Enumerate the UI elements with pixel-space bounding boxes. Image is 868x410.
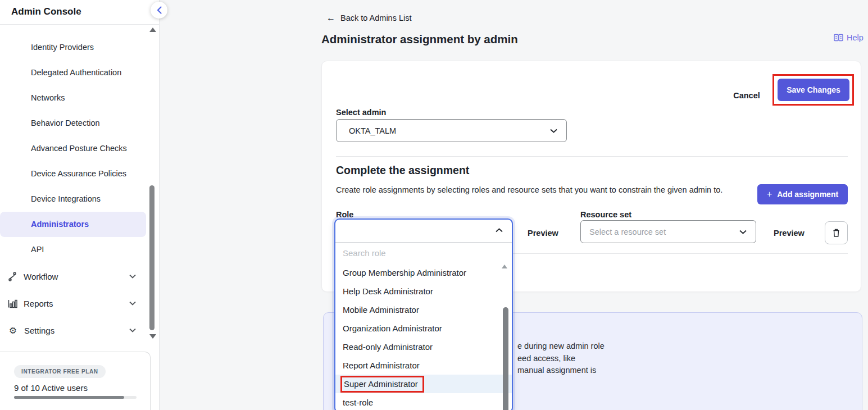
selected-admin-value: OKTA_TALM xyxy=(349,126,396,135)
preview-role-label: Preview xyxy=(528,229,558,238)
add-assignment-button[interactable]: + Add assignment xyxy=(757,184,848,204)
admin-console-page: Admin Console Identity ProvidersDelegate… xyxy=(0,0,868,410)
active-users-text: 9 of 10 Active users xyxy=(14,383,150,393)
preview-resource-label: Preview xyxy=(774,229,805,238)
sidebar-item-device-integrations[interactable]: Device Integrations xyxy=(0,186,151,212)
gear-icon: ⚙ xyxy=(8,325,18,336)
chevron-down-icon xyxy=(129,301,136,306)
chevron-down-icon xyxy=(550,129,557,133)
role-option-group-membership-administrator[interactable]: Group Membership Administrator xyxy=(335,263,512,282)
sidebar-scroll-up-arrow[interactable] xyxy=(149,28,156,32)
cancel-button[interactable]: Cancel xyxy=(730,84,764,107)
sidebar-item-workflow[interactable]: Workflow xyxy=(0,263,151,290)
help-book-icon xyxy=(834,34,843,42)
plan-card: INTEGRATOR FREE PLAN 9 of 10 Active user… xyxy=(0,352,151,410)
reports-icon xyxy=(8,299,17,308)
add-assignment-label: Add assignment xyxy=(777,190,838,199)
section-title: Complete the assignment xyxy=(336,164,469,177)
sidebar-item-identity-providers[interactable]: Identity Providers xyxy=(0,35,151,60)
role-option-mobile-administrator[interactable]: Mobile Administrator xyxy=(335,300,512,319)
info-line: e during new admin role xyxy=(517,340,605,353)
sidebar-nav-list: Identity ProvidersDelegated Authenticati… xyxy=(0,35,151,262)
sidebar-item-settings[interactable]: ⚙ Settings xyxy=(0,317,151,344)
active-users-progress xyxy=(14,396,137,399)
info-line: eed access, like xyxy=(517,353,605,365)
plus-icon: + xyxy=(767,189,772,199)
sidebar-item-label: Workflow xyxy=(24,272,58,281)
sidebar-item-networks[interactable]: Networks xyxy=(0,85,151,111)
app-title: Admin Console xyxy=(0,0,159,17)
sidebar-item-delegated-authentication[interactable]: Delegated Authentication xyxy=(0,60,151,85)
sidebar-sections: Workflow Reports ⚙ Settings xyxy=(0,263,151,344)
role-search-input[interactable] xyxy=(335,243,512,263)
active-users-progress-fill xyxy=(14,396,124,399)
role-option-organization-administrator[interactable]: Organization Administrator xyxy=(335,319,512,338)
sidebar-collapse-button[interactable] xyxy=(151,2,167,19)
chevron-down-icon xyxy=(739,230,747,234)
sidebar-scroll-down-arrow[interactable] xyxy=(149,334,156,339)
sidebar-item-behavior-detection[interactable]: Behavior Detection xyxy=(0,111,151,136)
sidebar-item-device-assurance-policies[interactable]: Device Assurance Policies xyxy=(0,161,151,186)
role-option-read-only-administrator[interactable]: Read-only Administrator xyxy=(335,338,512,356)
back-link-label: Back to Admins List xyxy=(340,13,412,22)
sidebar: Admin Console Identity ProvidersDelegate… xyxy=(0,0,160,410)
sidebar-item-advanced-posture-checks[interactable]: Advanced Posture Checks xyxy=(0,136,151,161)
divider xyxy=(336,156,848,157)
sidebar-item-api[interactable]: API xyxy=(0,237,151,262)
back-arrow-icon: ← xyxy=(326,13,335,23)
role-label: Role xyxy=(336,210,353,219)
role-options-list: Group Membership AdministratorHelp Desk … xyxy=(335,263,512,410)
dropdown-scrollbar-thumb[interactable] xyxy=(503,307,508,410)
chevron-down-icon xyxy=(129,328,136,332)
role-option-report-administrator[interactable]: Report Administrator xyxy=(335,356,512,375)
annotation-box-save xyxy=(772,74,854,106)
plan-badge: INTEGRATOR FREE PLAN xyxy=(14,365,106,378)
resource-set-label: Resource set xyxy=(580,210,631,219)
chevron-down-icon xyxy=(129,274,136,279)
role-option-super-administrator[interactable]: Super Administrator xyxy=(335,375,512,393)
role-option-test-role[interactable]: test-role xyxy=(335,393,512,410)
role-option-help-desk-administrator[interactable]: Help Desk Administrator xyxy=(335,282,512,300)
help-link[interactable]: Help xyxy=(834,33,864,42)
select-admin-label: Select admin xyxy=(336,108,386,117)
sidebar-item-label: Reports xyxy=(24,299,53,308)
section-description: Create role assignments by selecting rol… xyxy=(336,185,722,194)
role-combobox[interactable] xyxy=(335,220,512,243)
help-link-label: Help xyxy=(847,33,864,42)
info-panel-text: e during new admin role eed access, like… xyxy=(517,340,605,377)
sidebar-scrollbar-thumb[interactable] xyxy=(149,185,154,330)
dropdown-scroll-up-arrow[interactable] xyxy=(502,265,507,268)
chevron-up-icon xyxy=(496,228,503,233)
select-admin-dropdown[interactable]: OKTA_TALM xyxy=(336,119,567,142)
role-dropdown-open: Group Membership AdministratorHelp Desk … xyxy=(334,218,513,410)
sidebar-item-administrators[interactable]: Administrators xyxy=(0,212,146,237)
delete-assignment-button[interactable] xyxy=(825,221,848,244)
trash-icon xyxy=(832,228,840,238)
sidebar-item-label: Settings xyxy=(24,326,54,335)
page-title: Administrator assignment by admin xyxy=(321,33,518,46)
back-to-admins-link[interactable]: ← Back to Admins List xyxy=(326,13,412,23)
resource-set-placeholder: Select a resource set xyxy=(589,227,666,236)
sidebar-header: Admin Console xyxy=(0,0,159,25)
resource-set-dropdown[interactable]: Select a resource set xyxy=(580,220,756,243)
workflow-icon xyxy=(8,272,17,281)
annotation-box-role: Super Administrator xyxy=(340,376,424,393)
info-line: manual assignment is xyxy=(517,365,605,377)
sidebar-item-reports[interactable]: Reports xyxy=(0,290,151,317)
